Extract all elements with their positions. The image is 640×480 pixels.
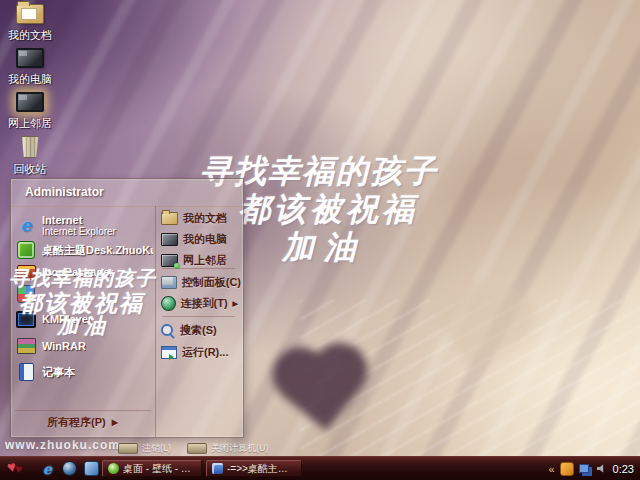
start-menu-item-connect-to[interactable]: 连接到(T) ▶ xyxy=(161,294,241,313)
start-menu-item-zhuoku-theme[interactable]: 桌酷主题Desk.ZhuoKu.Com xyxy=(16,239,153,261)
item-title: 桌酷主题Desk.ZhuoKu.Com xyxy=(42,243,153,258)
run-icon xyxy=(161,346,177,359)
desktop-icon-my-documents[interactable]: 我的文档 xyxy=(2,2,58,43)
desktop-icon-recycle-bin[interactable]: 回收站 xyxy=(2,136,58,177)
start-menu-item-run[interactable]: 运行(R)... xyxy=(161,343,241,362)
search-icon xyxy=(161,324,175,338)
start-menu-item-kmplayer[interactable]: KMPlayer xyxy=(16,308,153,330)
taskbar: ♥ ♥ e » 桌面 - 壁纸 - 桌酷壁... -=>>桌酷主题 - Mic.… xyxy=(0,456,640,480)
quick-launch-show-desktop[interactable] xyxy=(62,461,77,476)
all-programs-label: 所有程序(P) xyxy=(47,415,106,430)
start-menu-item-winrar[interactable]: WinRAR xyxy=(16,335,153,357)
item-label: 连接到(T) xyxy=(181,296,228,311)
tray-app-orange-icon[interactable] xyxy=(560,462,574,476)
wallpaper-heart-shape xyxy=(263,343,383,458)
start-menu-item-program-4[interactable] xyxy=(16,283,153,305)
all-programs-separator xyxy=(15,410,151,411)
submenu-arrow-icon: ▶ xyxy=(233,300,238,308)
acdsee-green-icon xyxy=(108,463,119,474)
show-desktop-icon xyxy=(62,461,77,476)
window-title: -=>>桌酷主题 - Mic... xyxy=(227,462,296,476)
log-off-label: 注销(L) xyxy=(142,442,171,455)
start-menu-item-internet[interactable]: e Internet Internet Explorer xyxy=(16,211,153,239)
my-documents-icon xyxy=(16,4,44,24)
wallpaper-watermark: www.zhuoku.com xyxy=(5,438,120,452)
control-panel-icon xyxy=(161,276,177,289)
start-button[interactable]: ♥ ♥ xyxy=(0,457,36,480)
program-icon xyxy=(16,284,36,304)
my-computer-icon xyxy=(16,48,44,68)
start-menu-footer: 注销(L) 关闭计算机(U) xyxy=(118,442,269,455)
log-off-button[interactable]: 注销(L) xyxy=(118,442,171,455)
desktop-icon-label: 我的电脑 xyxy=(8,72,52,87)
start-menu-item-control-panel[interactable]: 控制面板(C) xyxy=(161,273,241,292)
tray-network-icon[interactable] xyxy=(579,464,589,473)
start-menu-places-list: 我的文档 我的电脑 网上邻居 控制面板(C) 连接到(T) ▶ xyxy=(156,206,243,437)
tray-clock[interactable]: 0:23 xyxy=(613,463,634,475)
item-title: Internet xyxy=(42,214,116,226)
item-label: 运行(R)... xyxy=(182,345,228,360)
shutdown-label: 关闭计算机(U) xyxy=(211,442,269,455)
network-places-icon xyxy=(161,254,178,267)
desktop-icon-my-computer[interactable]: 我的电脑 xyxy=(2,46,58,87)
internet-explorer-icon: e xyxy=(16,215,36,235)
recycle-bin-icon xyxy=(21,136,40,158)
menu-separator xyxy=(162,316,235,317)
item-title: WinRAR xyxy=(42,340,86,352)
start-menu-pinned-list: e Internet Internet Explorer 桌酷主题Desk.Zh… xyxy=(11,206,156,437)
winrar-icon xyxy=(16,336,36,356)
item-label: 我的电脑 xyxy=(183,232,227,247)
desktop-icon-label: 我的文档 xyxy=(8,28,52,43)
internet-explorer-icon: e xyxy=(43,461,52,477)
all-programs-button[interactable]: 所有程序(P) ▶ xyxy=(47,415,118,430)
wallpaper-heart-shape-2 xyxy=(411,276,548,405)
start-menu-item-search[interactable]: 搜索(S) xyxy=(161,321,241,340)
quick-launch-internet-explorer[interactable]: e xyxy=(40,461,55,476)
shutdown-button[interactable]: 关闭计算机(U) xyxy=(187,442,269,455)
shutdown-icon xyxy=(187,443,207,454)
network-places-icon xyxy=(16,92,44,112)
taskbar-window-button-wallpaper[interactable]: 桌面 - 壁纸 - 桌酷壁... xyxy=(102,460,202,477)
item-label: 搜索(S) xyxy=(180,323,217,338)
desktop-icon-label: 网上邻居 xyxy=(8,116,52,131)
item-label: 我的文档 xyxy=(183,211,227,226)
start-menu-item-my-computer[interactable]: 我的电脑 xyxy=(161,230,241,249)
item-label: 网上邻居 xyxy=(183,253,227,268)
document-blue-icon xyxy=(212,463,223,474)
taskbar-window-button-zhuoku-theme[interactable]: -=>>桌酷主题 - Mic... xyxy=(206,460,302,477)
kmplayer-icon xyxy=(16,309,36,329)
zhuoku-theme-icon xyxy=(16,240,36,260)
window-title: 桌面 - 壁纸 - 桌酷壁... xyxy=(123,462,196,476)
start-menu-item-iconpackager[interactable]: IconPackager xyxy=(16,261,153,283)
all-programs-arrow-icon: ▶ xyxy=(112,418,118,427)
iconpackager-icon xyxy=(16,262,36,282)
start-menu-item-notepad[interactable]: 记事本 xyxy=(16,361,153,383)
desktop-icon-network-places[interactable]: 网上邻居 xyxy=(2,90,58,131)
heart-icon-small: ♥ xyxy=(14,462,23,477)
quick-launch-bar: e » xyxy=(40,457,112,480)
item-title: 记事本 xyxy=(42,365,75,380)
tray-chevron-icon[interactable]: « xyxy=(548,463,554,475)
wallpaper-text-line3: 加油 xyxy=(282,226,366,270)
item-subtitle: Internet Explorer xyxy=(42,226,116,237)
window-app-icon xyxy=(84,461,99,476)
item-label: 控制面板(C) xyxy=(182,275,241,290)
quick-launch-window-app[interactable] xyxy=(84,461,99,476)
item-title: IconPackager xyxy=(42,266,114,278)
desktop-screen: 寻找幸福的孩子 都该被祝福 加油 www.zhuoku.com 我的文档 我的电… xyxy=(0,0,640,480)
connect-to-icon xyxy=(161,296,176,311)
my-computer-icon xyxy=(161,233,178,246)
menu-separator xyxy=(162,268,235,269)
my-documents-icon xyxy=(161,212,178,225)
start-menu: Administrator e Internet Internet Explor… xyxy=(10,178,244,438)
desktop-icon-label: 回收站 xyxy=(14,162,47,177)
start-menu-username: Administrator xyxy=(11,179,243,207)
log-off-icon xyxy=(118,443,138,454)
system-tray: « 0:23 xyxy=(542,457,640,480)
tray-volume-icon[interactable] xyxy=(597,464,608,474)
notepad-icon xyxy=(16,362,36,382)
start-menu-item-my-documents[interactable]: 我的文档 xyxy=(161,209,241,228)
item-title: KMPlayer xyxy=(42,313,92,325)
